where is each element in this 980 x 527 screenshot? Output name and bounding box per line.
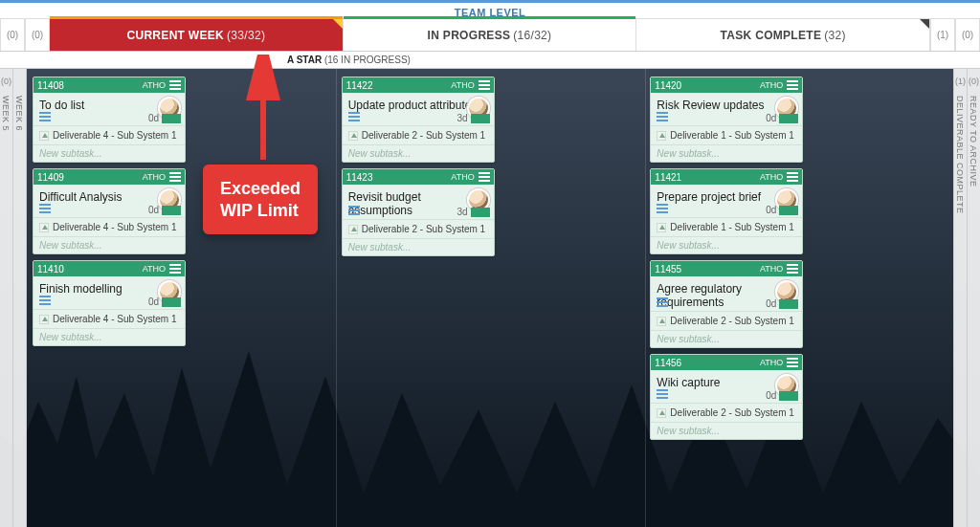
kanban-card[interactable]: 11409 ATHO Difficult Analysis 0d Deliver… xyxy=(33,168,186,254)
card-meta-label: Deliverable 4 - Sub System 1 xyxy=(53,314,177,324)
board: (0) WEEK 5 WEEK 6 11408 ATHO To do list … xyxy=(0,69,980,527)
card-meta-label: Deliverable 2 - Sub System 1 xyxy=(362,224,486,234)
card-meta-label: Deliverable 4 - Sub System 1 xyxy=(53,222,177,232)
lane-task-complete[interactable]: 11420 ATHO Risk Review updates 0d Delive… xyxy=(644,69,953,527)
rail-label: DELIVERABLE COMPLETE xyxy=(955,96,965,214)
rail-deliverable-complete[interactable]: (1) DELIVERABLE COMPLETE xyxy=(953,69,967,527)
card-menu-icon[interactable] xyxy=(787,358,798,367)
fold-icon xyxy=(333,19,343,29)
card-assignee: ATHO xyxy=(451,172,474,182)
list-icon xyxy=(39,204,51,213)
new-subtask-input[interactable]: New subtask... xyxy=(651,144,802,162)
card-menu-icon[interactable] xyxy=(787,172,798,182)
card-meta-label: Deliverable 4 - Sub System 1 xyxy=(53,130,177,141)
new-subtask-input[interactable]: New subtask... xyxy=(33,144,185,162)
column-task-complete[interactable]: TASK COMPLETE (32) xyxy=(636,19,930,51)
progress-chip xyxy=(471,208,490,217)
kanban-card[interactable]: 11421 ATHO Prepare project brief 0d Deli… xyxy=(650,168,803,254)
link-up-icon xyxy=(348,225,358,234)
fold-icon xyxy=(920,19,929,29)
card-meta: Deliverable 4 - Sub System 1 xyxy=(33,125,185,144)
list-icon xyxy=(657,204,668,213)
card-header: 11421 ATHO xyxy=(651,169,802,185)
card-meta: Deliverable 2 - Sub System 1 xyxy=(343,219,494,238)
kanban-card[interactable]: 11455 ATHO Agree regulatory requirements… xyxy=(650,260,803,348)
card-menu-icon[interactable] xyxy=(787,80,798,90)
duration-text: 3d xyxy=(457,207,468,217)
card-assignee: ATHO xyxy=(143,264,166,274)
card-menu-icon[interactable] xyxy=(479,172,490,182)
link-up-icon xyxy=(39,315,49,324)
kanban-card[interactable]: 11456 ATHO Wiki capture 0d Deliverable 2… xyxy=(650,354,803,440)
new-subtask-input[interactable]: New subtask... xyxy=(343,238,494,255)
right-count-2: (0) xyxy=(955,19,980,51)
card-header: 11409 ATHO xyxy=(33,169,185,185)
new-subtask-input[interactable]: New subtask... xyxy=(33,236,185,253)
column-label: CURRENT WEEK xyxy=(126,29,224,42)
card-menu-icon[interactable] xyxy=(787,264,798,274)
card-header: 11456 ATHO xyxy=(651,355,802,370)
link-up-icon xyxy=(657,317,666,326)
card-assignee: ATHO xyxy=(143,80,166,90)
card-meta-label: Deliverable 1 - Sub System 1 xyxy=(670,222,794,232)
card-menu-icon[interactable] xyxy=(169,80,181,90)
card-menu-icon[interactable] xyxy=(169,264,181,274)
rail-count: (0) xyxy=(0,77,12,86)
card-duration: 3d xyxy=(457,113,490,123)
new-subtask-input[interactable]: New subtask... xyxy=(651,330,802,347)
rail-week6[interactable]: WEEK 6 xyxy=(13,69,27,527)
swimlane-header[interactable]: A STAR (16 IN PROGRESS) xyxy=(0,52,980,69)
progress-chip xyxy=(779,114,798,123)
card-duration: 3d xyxy=(457,207,490,217)
lane-current-week[interactable]: 11408 ATHO To do list 0d Deliverable 4 -… xyxy=(27,69,336,527)
lane-in-progress[interactable]: 11422 ATHO Update product attributes 3d … xyxy=(336,69,645,527)
column-count: (16/32) xyxy=(513,29,551,42)
card-duration: 0d xyxy=(766,298,798,309)
duration-text: 3d xyxy=(457,113,468,123)
card-header: 11423 ATHO xyxy=(343,169,494,185)
duration-text: 0d xyxy=(766,298,776,309)
kanban-card[interactable]: 11420 ATHO Risk Review updates 0d Delive… xyxy=(650,77,803,163)
card-duration: 0d xyxy=(148,296,181,307)
kanban-card[interactable]: 11410 ATHO Finish modelling 0d Deliverab… xyxy=(33,260,186,346)
kanban-card[interactable]: 11422 ATHO Update product attributes 3d … xyxy=(342,77,495,163)
rail-week5[interactable]: (0) WEEK 5 xyxy=(0,69,13,527)
link-up-icon xyxy=(39,131,49,141)
duration-text: 0d xyxy=(148,296,159,307)
column-headers: (0) (0) CURRENT WEEK (33/32) IN PROGRESS… xyxy=(0,19,980,52)
new-subtask-input[interactable]: New subtask... xyxy=(33,328,185,345)
column-in-progress[interactable]: IN PROGRESS (16/32) xyxy=(344,19,637,51)
card-header: 11420 ATHO xyxy=(651,77,802,93)
card-meta: Deliverable 1 - Sub System 1 xyxy=(651,217,802,236)
rail-ready-archive[interactable]: (0) READY TO ARCHIVE xyxy=(967,69,980,527)
new-subtask-input[interactable]: New subtask... xyxy=(343,144,494,162)
link-up-icon xyxy=(348,131,358,141)
card-id: 11408 xyxy=(37,80,64,91)
card-meta-label: Deliverable 1 - Sub System 1 xyxy=(670,130,794,141)
link-up-icon xyxy=(39,223,49,232)
list-icon xyxy=(348,206,360,215)
kanban-card[interactable]: 11423 ATHO Revisit budget assumptions 3d… xyxy=(342,168,495,256)
card-header: 11410 ATHO xyxy=(33,261,185,276)
card-menu-icon[interactable] xyxy=(479,80,490,90)
rail-count: (1) xyxy=(954,77,967,86)
duration-text: 0d xyxy=(766,390,776,401)
column-label: IN PROGRESS xyxy=(428,29,511,42)
kanban-card[interactable]: 11408 ATHO To do list 0d Deliverable 4 -… xyxy=(33,77,186,163)
card-id: 11421 xyxy=(655,172,681,183)
new-subtask-input[interactable]: New subtask... xyxy=(651,236,802,253)
rail-label: READY TO ARCHIVE xyxy=(969,96,978,187)
card-meta: Deliverable 4 - Sub System 1 xyxy=(33,217,185,236)
duration-text: 0d xyxy=(766,113,776,123)
swimlane-name: A STAR xyxy=(287,55,322,65)
column-current-week[interactable]: CURRENT WEEK (33/32) xyxy=(50,19,344,51)
new-subtask-input[interactable]: New subtask... xyxy=(651,422,802,439)
card-meta: Deliverable 2 - Sub System 1 xyxy=(343,125,494,144)
left-count-2: (0) xyxy=(0,19,25,51)
card-id: 11410 xyxy=(37,264,64,274)
card-menu-icon[interactable] xyxy=(169,172,181,182)
annotation-line2: WIP Limit xyxy=(220,200,301,222)
list-icon xyxy=(39,296,51,305)
column-label: TASK COMPLETE xyxy=(721,29,822,42)
card-assignee: ATHO xyxy=(143,172,166,182)
